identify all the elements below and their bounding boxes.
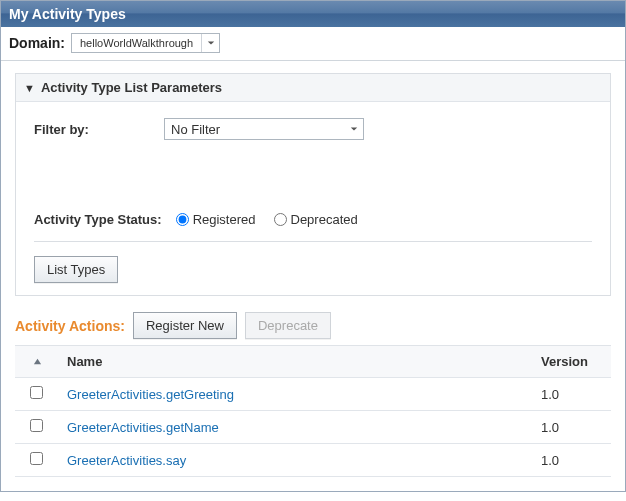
domain-row: Domain: helloWorldWalkthrough xyxy=(1,27,625,61)
status-radio-registered[interactable]: Registered xyxy=(176,212,256,227)
status-radio-group: Registered Deprecated xyxy=(176,212,358,227)
status-radio-deprecated-label: Deprecated xyxy=(291,212,358,227)
row-checkbox[interactable] xyxy=(30,452,43,465)
status-radio-registered-input[interactable] xyxy=(176,213,189,226)
domain-label: Domain: xyxy=(9,35,65,51)
activity-link[interactable]: GreeterActivities.getName xyxy=(67,420,219,435)
activity-version: 1.0 xyxy=(531,444,611,477)
filter-select[interactable]: No Filter xyxy=(164,118,364,140)
col-header-checkbox[interactable] xyxy=(15,346,57,378)
activity-version: 1.0 xyxy=(531,378,611,411)
domain-selected-value: helloWorldWalkthrough xyxy=(72,37,201,49)
activity-link[interactable]: GreeterActivities.getGreeting xyxy=(67,387,234,402)
list-types-button[interactable]: List Types xyxy=(34,256,118,283)
content-area: ▼ Activity Type List Parameters Filter b… xyxy=(1,61,625,302)
col-header-version-label: Version xyxy=(541,354,588,369)
activity-link[interactable]: GreeterActivities.say xyxy=(67,453,186,468)
table-row: GreeterActivities.getName 1.0 xyxy=(15,411,611,444)
activity-version: 1.0 xyxy=(531,411,611,444)
status-radio-deprecated[interactable]: Deprecated xyxy=(274,212,358,227)
panel-title: Activity Type List Parameters xyxy=(41,80,222,95)
row-checkbox[interactable] xyxy=(30,386,43,399)
status-label: Activity Type Status: xyxy=(34,212,162,227)
domain-select[interactable]: helloWorldWalkthrough xyxy=(71,33,220,53)
activity-table-wrap: Name Version GreeterActivities.getGreeti… xyxy=(1,345,625,491)
status-radio-deprecated-input[interactable] xyxy=(274,213,287,226)
chevron-down-icon xyxy=(201,34,219,52)
panel-body: Filter by: No Filter Activity Type Statu… xyxy=(16,102,610,295)
chevron-down-icon xyxy=(345,125,363,133)
deprecate-button: Deprecate xyxy=(245,312,331,339)
activity-table: Name Version GreeterActivities.getGreeti… xyxy=(15,345,611,477)
collapse-icon: ▼ xyxy=(24,82,35,94)
panel-header[interactable]: ▼ Activity Type List Parameters xyxy=(16,74,610,102)
sort-asc-icon xyxy=(33,354,42,369)
window: My Activity Types Domain: helloWorldWalk… xyxy=(0,0,626,492)
col-header-version[interactable]: Version xyxy=(531,346,611,378)
filter-row: Filter by: No Filter xyxy=(34,118,592,140)
filter-label: Filter by: xyxy=(34,122,164,137)
page-title: My Activity Types xyxy=(1,1,625,27)
filter-value: No Filter xyxy=(171,122,220,137)
table-row: GreeterActivities.say 1.0 xyxy=(15,444,611,477)
actions-row: Activity Actions: Register New Deprecate xyxy=(1,302,625,345)
table-row: GreeterActivities.getGreeting 1.0 xyxy=(15,378,611,411)
params-panel: ▼ Activity Type List Parameters Filter b… xyxy=(15,73,611,296)
col-header-name-label: Name xyxy=(67,354,102,369)
activity-actions-label: Activity Actions: xyxy=(15,318,125,334)
col-header-name[interactable]: Name xyxy=(57,346,531,378)
register-new-button[interactable]: Register New xyxy=(133,312,237,339)
row-checkbox[interactable] xyxy=(30,419,43,432)
status-radio-registered-label: Registered xyxy=(193,212,256,227)
status-row: Activity Type Status: Registered Depreca… xyxy=(34,212,592,242)
